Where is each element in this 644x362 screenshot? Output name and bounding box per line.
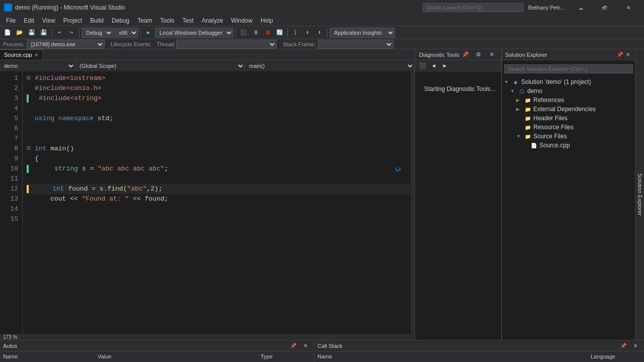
source-tab[interactable]: Source.cpp ✕ — [0, 49, 43, 60]
sol-close[interactable]: ✕ — [624, 51, 632, 59]
close-button[interactable]: ✕ — [617, 0, 640, 15]
tree-resource-files[interactable]: 📁 Resource Files — [514, 123, 635, 132]
tree-source-files[interactable]: ▼ 📁 Source Files — [514, 132, 635, 141]
menu-project[interactable]: Project — [59, 15, 86, 26]
header-files-icon: 📁 — [524, 114, 532, 122]
maximize-button[interactable]: 🗗 — [593, 0, 616, 15]
callstack-title: Call Stack — [317, 343, 343, 349]
diag-tb-2[interactable]: ◀ — [428, 60, 439, 71]
function-selector[interactable]: main() — [245, 60, 415, 71]
code-editor[interactable]: ⊟ #include<iostream> #include<conio.h> #… — [23, 71, 415, 334]
thread-dropdown[interactable] — [176, 40, 277, 49]
sol-right-tab[interactable]: Solution Explorer — [635, 49, 644, 340]
code-line-2: #include<conio.h> — [27, 83, 411, 94]
minimize-button[interactable]: 🗕 — [570, 0, 593, 15]
autos-col-type: Type — [261, 353, 311, 359]
debug-config-dropdown[interactable]: Debug — [82, 28, 113, 38]
thread-label: Thread — [156, 41, 174, 47]
tb-pause[interactable]: ⏸ — [250, 27, 261, 38]
code-line-12: int found = s.find("abc",2); — [27, 184, 411, 194]
tree-solution[interactable]: ▼ ◈ Solution 'demo' (1 project) — [502, 77, 635, 86]
callstack-header: Call Stack 📌 ✕ — [314, 340, 644, 351]
menu-tools[interactable]: Tools — [156, 15, 179, 26]
sol-right-label: Solution Explorer — [637, 173, 643, 216]
tb-new[interactable]: 📄 — [2, 27, 13, 38]
tb-open[interactable]: 📂 — [14, 27, 25, 38]
quick-launch-input[interactable] — [423, 3, 523, 12]
diag-tb-1[interactable]: ⬛ — [417, 60, 428, 71]
references-arrow-icon: ▶ — [516, 98, 522, 103]
tb-stop[interactable]: ⏹ — [262, 27, 273, 38]
tree-project[interactable]: ▼ ⬡ demo — [508, 86, 635, 96]
tb-saveall[interactable]: 💾 — [38, 27, 49, 38]
tree-source-cpp[interactable]: 📄 Source.cpp — [520, 141, 635, 150]
tree-ext-deps[interactable]: ▶ 📁 External Dependencies — [514, 105, 635, 114]
code-line-4 — [27, 104, 411, 114]
autos-pin[interactable]: 📌 — [288, 340, 299, 351]
diag-pin[interactable]: 📌 — [460, 49, 471, 60]
menu-view[interactable]: View — [38, 15, 59, 26]
tb-undo[interactable]: ↩ — [54, 27, 65, 38]
project-arrow-icon: ▼ — [510, 88, 516, 94]
tb-stepinto[interactable]: ⬇ — [302, 27, 313, 38]
menu-build[interactable]: Build — [86, 15, 108, 26]
zoom-bar: 173 % — [0, 334, 415, 340]
tb-restart[interactable]: 🔄 — [274, 27, 285, 38]
menu-analyze[interactable]: Analyze — [198, 15, 227, 26]
platform-dropdown[interactable]: x86 — [114, 28, 138, 38]
code-line-7 — [27, 134, 411, 144]
callstack-panel: Call Stack 📌 ✕ Name Language Call Stack … — [314, 340, 644, 362]
menu-window[interactable]: Window — [227, 15, 257, 26]
editor-toolbar: demo (Global Scope) main() — [0, 60, 415, 71]
diagnostic-status: Starting Diagnostic Tools... — [424, 85, 497, 93]
diag-tb-3[interactable]: ▶ — [439, 60, 450, 71]
tb-attach[interactable]: ⬛ — [238, 27, 249, 38]
scope-selector[interactable]: demo — [0, 60, 75, 71]
autos-col-name: Name — [3, 353, 94, 359]
tb-save[interactable]: 💾 — [26, 27, 37, 38]
process-bar: Process: [16748] demo.exe Lifecycle Even… — [0, 39, 644, 49]
tab-close-icon[interactable]: ✕ — [34, 52, 38, 58]
callstack-close[interactable]: ✕ — [630, 340, 641, 351]
menu-debug[interactable]: Debug — [108, 15, 133, 26]
solution-label: Solution 'demo' (1 project) — [521, 78, 591, 85]
autos-columns: Name Value Type — [0, 351, 314, 361]
autos-close[interactable]: ✕ — [300, 340, 311, 351]
bottom-area: Autos 📌 ✕ Name Value Type Autos Locals W… — [0, 340, 644, 362]
tb-stepover[interactable]: ⤵ — [290, 27, 301, 38]
stack-dropdown[interactable] — [318, 40, 393, 49]
user-info: Bethany Petr... — [528, 5, 565, 11]
tb-start[interactable]: ▶ — [143, 27, 154, 38]
source-cpp-label: Source.cpp — [539, 142, 570, 149]
callstack-pin[interactable]: 📌 — [618, 340, 629, 351]
project-label: demo — [527, 87, 542, 95]
tb-stepout[interactable]: ⬆ — [314, 27, 325, 38]
references-label: References — [533, 97, 564, 104]
zoom-level: 173 % — [3, 334, 17, 340]
solution-tree: ▼ ◈ Solution 'demo' (1 project) ▼ ⬡ demo… — [502, 75, 635, 152]
tree-header-files[interactable]: 📁 Header Files — [514, 114, 635, 123]
menu-edit[interactable]: Edit — [20, 15, 38, 26]
source-files-label: Source Files — [533, 133, 567, 140]
menu-team[interactable]: Team — [133, 15, 156, 26]
editor-scrollbar-v[interactable] — [411, 71, 415, 334]
menu-help[interactable]: Help — [257, 15, 277, 26]
solution-search[interactable] — [504, 64, 633, 73]
solution-header: Solution Explorer 📌 ✕ — [502, 49, 635, 60]
debugger-dropdown[interactable]: Local Windows Debugger — [155, 28, 233, 38]
process-dropdown[interactable]: [16748] demo.exe — [27, 40, 105, 49]
callstack-controls: 📌 ✕ — [618, 340, 641, 351]
main-area: Source.cpp ✕ demo (Global Scope) main() … — [0, 49, 644, 340]
global-scope-selector[interactable]: (Global Scope) — [75, 60, 245, 71]
menu-file[interactable]: File — [2, 15, 20, 26]
tb-redo[interactable]: ↪ — [66, 27, 77, 38]
tree-references[interactable]: ▶ 📁 References — [514, 96, 635, 105]
diag-toolbar: ⬛ ◀ ▶ — [415, 60, 501, 71]
sol-pin[interactable]: 📌 — [616, 51, 624, 59]
diagnostic-content: Starting Diagnostic Tools... — [415, 71, 501, 340]
app-insights-dropdown[interactable]: Application Insights — [330, 28, 395, 38]
menu-test[interactable]: Test — [179, 15, 198, 26]
tab-source-label: Source.cpp — [4, 52, 32, 58]
diag-close[interactable]: ✕ — [486, 49, 497, 60]
diag-settings[interactable]: ⚙ — [473, 49, 484, 60]
